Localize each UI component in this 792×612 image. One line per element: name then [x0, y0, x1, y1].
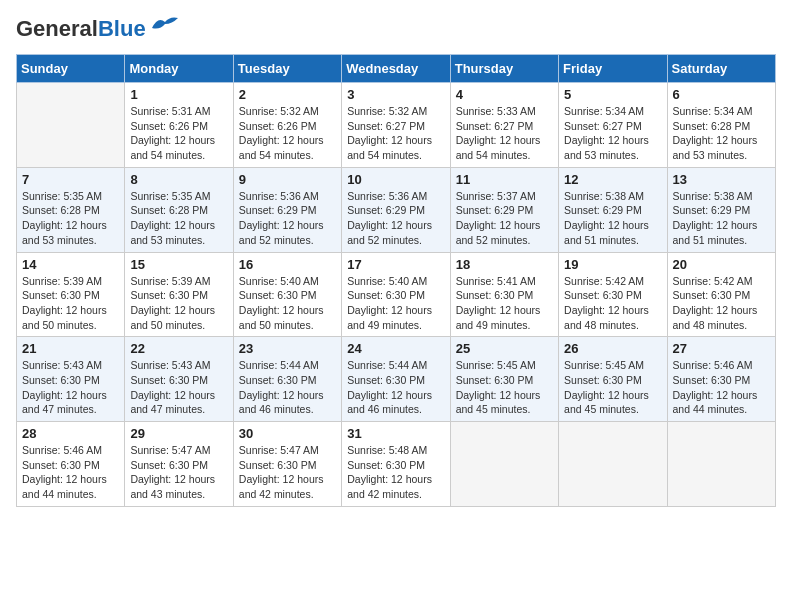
day-number: 19 [564, 257, 661, 272]
calendar-cell: 4Sunrise: 5:33 AM Sunset: 6:27 PM Daylig… [450, 83, 558, 168]
day-info: Sunrise: 5:38 AM Sunset: 6:29 PM Dayligh… [564, 189, 661, 248]
calendar-week-row: 28Sunrise: 5:46 AM Sunset: 6:30 PM Dayli… [17, 422, 776, 507]
day-info: Sunrise: 5:34 AM Sunset: 6:27 PM Dayligh… [564, 104, 661, 163]
calendar-cell: 8Sunrise: 5:35 AM Sunset: 6:28 PM Daylig… [125, 167, 233, 252]
header-friday: Friday [559, 55, 667, 83]
day-info: Sunrise: 5:46 AM Sunset: 6:30 PM Dayligh… [673, 358, 770, 417]
calendar-cell: 15Sunrise: 5:39 AM Sunset: 6:30 PM Dayli… [125, 252, 233, 337]
day-info: Sunrise: 5:43 AM Sunset: 6:30 PM Dayligh… [22, 358, 119, 417]
day-info: Sunrise: 5:47 AM Sunset: 6:30 PM Dayligh… [239, 443, 336, 502]
day-info: Sunrise: 5:42 AM Sunset: 6:30 PM Dayligh… [673, 274, 770, 333]
day-info: Sunrise: 5:37 AM Sunset: 6:29 PM Dayligh… [456, 189, 553, 248]
header-tuesday: Tuesday [233, 55, 341, 83]
day-info: Sunrise: 5:40 AM Sunset: 6:30 PM Dayligh… [239, 274, 336, 333]
day-number: 30 [239, 426, 336, 441]
calendar-cell: 26Sunrise: 5:45 AM Sunset: 6:30 PM Dayli… [559, 337, 667, 422]
calendar-cell: 9Sunrise: 5:36 AM Sunset: 6:29 PM Daylig… [233, 167, 341, 252]
day-number: 16 [239, 257, 336, 272]
calendar-cell: 1Sunrise: 5:31 AM Sunset: 6:26 PM Daylig… [125, 83, 233, 168]
day-info: Sunrise: 5:31 AM Sunset: 6:26 PM Dayligh… [130, 104, 227, 163]
calendar-cell [450, 422, 558, 507]
day-number: 5 [564, 87, 661, 102]
calendar-header-row: SundayMondayTuesdayWednesdayThursdayFrid… [17, 55, 776, 83]
day-number: 2 [239, 87, 336, 102]
calendar-cell: 22Sunrise: 5:43 AM Sunset: 6:30 PM Dayli… [125, 337, 233, 422]
day-number: 18 [456, 257, 553, 272]
calendar-cell: 11Sunrise: 5:37 AM Sunset: 6:29 PM Dayli… [450, 167, 558, 252]
calendar-cell: 27Sunrise: 5:46 AM Sunset: 6:30 PM Dayli… [667, 337, 775, 422]
day-number: 9 [239, 172, 336, 187]
calendar-cell: 18Sunrise: 5:41 AM Sunset: 6:30 PM Dayli… [450, 252, 558, 337]
day-number: 10 [347, 172, 444, 187]
page-header: GeneralBlue [16, 16, 776, 42]
calendar-week-row: 7Sunrise: 5:35 AM Sunset: 6:28 PM Daylig… [17, 167, 776, 252]
day-number: 8 [130, 172, 227, 187]
day-info: Sunrise: 5:47 AM Sunset: 6:30 PM Dayligh… [130, 443, 227, 502]
calendar-cell: 13Sunrise: 5:38 AM Sunset: 6:29 PM Dayli… [667, 167, 775, 252]
calendar-cell: 28Sunrise: 5:46 AM Sunset: 6:30 PM Dayli… [17, 422, 125, 507]
logo-text: GeneralBlue [16, 16, 146, 42]
calendar-week-row: 21Sunrise: 5:43 AM Sunset: 6:30 PM Dayli… [17, 337, 776, 422]
day-info: Sunrise: 5:35 AM Sunset: 6:28 PM Dayligh… [130, 189, 227, 248]
calendar-week-row: 14Sunrise: 5:39 AM Sunset: 6:30 PM Dayli… [17, 252, 776, 337]
header-thursday: Thursday [450, 55, 558, 83]
day-info: Sunrise: 5:39 AM Sunset: 6:30 PM Dayligh… [130, 274, 227, 333]
calendar-cell: 12Sunrise: 5:38 AM Sunset: 6:29 PM Dayli… [559, 167, 667, 252]
calendar-cell: 29Sunrise: 5:47 AM Sunset: 6:30 PM Dayli… [125, 422, 233, 507]
day-number: 7 [22, 172, 119, 187]
calendar-cell: 7Sunrise: 5:35 AM Sunset: 6:28 PM Daylig… [17, 167, 125, 252]
calendar-cell: 5Sunrise: 5:34 AM Sunset: 6:27 PM Daylig… [559, 83, 667, 168]
calendar-cell: 6Sunrise: 5:34 AM Sunset: 6:28 PM Daylig… [667, 83, 775, 168]
day-number: 1 [130, 87, 227, 102]
day-info: Sunrise: 5:34 AM Sunset: 6:28 PM Dayligh… [673, 104, 770, 163]
day-info: Sunrise: 5:43 AM Sunset: 6:30 PM Dayligh… [130, 358, 227, 417]
calendar-cell: 23Sunrise: 5:44 AM Sunset: 6:30 PM Dayli… [233, 337, 341, 422]
calendar-cell: 24Sunrise: 5:44 AM Sunset: 6:30 PM Dayli… [342, 337, 450, 422]
calendar-cell: 31Sunrise: 5:48 AM Sunset: 6:30 PM Dayli… [342, 422, 450, 507]
header-saturday: Saturday [667, 55, 775, 83]
day-number: 24 [347, 341, 444, 356]
day-number: 11 [456, 172, 553, 187]
day-number: 12 [564, 172, 661, 187]
day-number: 6 [673, 87, 770, 102]
day-number: 17 [347, 257, 444, 272]
day-info: Sunrise: 5:42 AM Sunset: 6:30 PM Dayligh… [564, 274, 661, 333]
day-number: 27 [673, 341, 770, 356]
calendar-cell: 16Sunrise: 5:40 AM Sunset: 6:30 PM Dayli… [233, 252, 341, 337]
day-number: 13 [673, 172, 770, 187]
calendar-cell: 19Sunrise: 5:42 AM Sunset: 6:30 PM Dayli… [559, 252, 667, 337]
day-info: Sunrise: 5:46 AM Sunset: 6:30 PM Dayligh… [22, 443, 119, 502]
day-info: Sunrise: 5:45 AM Sunset: 6:30 PM Dayligh… [564, 358, 661, 417]
calendar-cell [559, 422, 667, 507]
day-info: Sunrise: 5:45 AM Sunset: 6:30 PM Dayligh… [456, 358, 553, 417]
calendar-cell: 30Sunrise: 5:47 AM Sunset: 6:30 PM Dayli… [233, 422, 341, 507]
day-number: 22 [130, 341, 227, 356]
day-info: Sunrise: 5:32 AM Sunset: 6:27 PM Dayligh… [347, 104, 444, 163]
calendar-cell: 10Sunrise: 5:36 AM Sunset: 6:29 PM Dayli… [342, 167, 450, 252]
day-number: 3 [347, 87, 444, 102]
day-number: 31 [347, 426, 444, 441]
day-info: Sunrise: 5:35 AM Sunset: 6:28 PM Dayligh… [22, 189, 119, 248]
calendar-cell: 21Sunrise: 5:43 AM Sunset: 6:30 PM Dayli… [17, 337, 125, 422]
calendar-cell [667, 422, 775, 507]
header-monday: Monday [125, 55, 233, 83]
calendar-cell: 14Sunrise: 5:39 AM Sunset: 6:30 PM Dayli… [17, 252, 125, 337]
day-info: Sunrise: 5:40 AM Sunset: 6:30 PM Dayligh… [347, 274, 444, 333]
day-info: Sunrise: 5:48 AM Sunset: 6:30 PM Dayligh… [347, 443, 444, 502]
day-number: 23 [239, 341, 336, 356]
day-info: Sunrise: 5:39 AM Sunset: 6:30 PM Dayligh… [22, 274, 119, 333]
day-number: 28 [22, 426, 119, 441]
logo: GeneralBlue [16, 16, 180, 42]
day-number: 25 [456, 341, 553, 356]
day-number: 29 [130, 426, 227, 441]
day-info: Sunrise: 5:44 AM Sunset: 6:30 PM Dayligh… [347, 358, 444, 417]
day-info: Sunrise: 5:36 AM Sunset: 6:29 PM Dayligh… [347, 189, 444, 248]
day-number: 15 [130, 257, 227, 272]
logo-bird-icon [150, 14, 180, 36]
day-number: 20 [673, 257, 770, 272]
day-number: 4 [456, 87, 553, 102]
day-info: Sunrise: 5:38 AM Sunset: 6:29 PM Dayligh… [673, 189, 770, 248]
day-number: 26 [564, 341, 661, 356]
calendar-table: SundayMondayTuesdayWednesdayThursdayFrid… [16, 54, 776, 507]
header-sunday: Sunday [17, 55, 125, 83]
